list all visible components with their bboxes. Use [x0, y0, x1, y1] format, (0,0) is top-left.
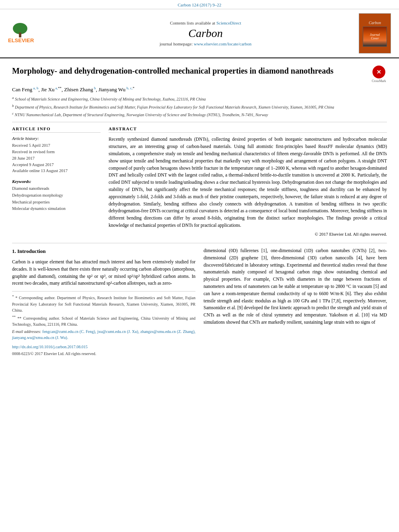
introduction-left-col: 1. Introduction Carbon is a unique eleme…	[12, 247, 195, 357]
issn-text: 0008-6223/© 2017 Elsevier Ltd. All right…	[12, 351, 195, 357]
article-title: Morphology- and dehydrogenation-controll…	[12, 66, 371, 76]
crossmark-icon: ✕	[372, 66, 385, 78]
keyword-3: Mechanical properties	[12, 199, 101, 206]
crossmark-label: CrossMark	[372, 79, 386, 83]
author-can-feng: Can Feng	[12, 86, 32, 92]
authors-line: Can Feng a, b, Jie Xu a,**, Zhisen Zhang…	[12, 86, 387, 93]
footnote-star: * * Corresponding author. Department of …	[12, 294, 195, 313]
keywords-section: Keywords: Diamond nanothreads Dehydrogen…	[12, 179, 101, 212]
sciencedirect-link[interactable]: ScienceDirect	[216, 21, 241, 25]
affiliations: a School of Materials Science and Engine…	[12, 95, 387, 118]
introduction-right-col: dimensional (0D) fullerenes [1], one-dim…	[204, 247, 387, 357]
svg-text:ELSEVIER: ELSEVIER	[8, 37, 34, 43]
intro-right-para-1: dimensional (0D) fullerenes [1], one-dim…	[204, 247, 387, 326]
history-accepted: Accepted 9 August 2017	[12, 162, 101, 168]
abstract-header: ABSTRACT	[109, 126, 387, 133]
introduction-section: 1. Introduction Carbon is a unique eleme…	[12, 247, 387, 357]
article-info-header: ARTICLE INFO	[12, 126, 101, 133]
abstract-column: ABSTRACT Recently synthesized diamond na…	[109, 126, 387, 236]
journal-center-info: Contents lists available at ScienceDirec…	[56, 21, 355, 46]
affiliation-b: b Department of Physics, Research Instit…	[12, 103, 387, 110]
contents-available-text: Contents lists available at ScienceDirec…	[56, 21, 355, 25]
journal-homepage-link[interactable]: www.elsevier.com/locate/carbon	[194, 41, 251, 46]
history-label: Article history:	[12, 136, 101, 141]
elsevier-logo-svg: ELSEVIER	[8, 21, 52, 45]
affiliation-c: c NTNU Nanomechanical Lab, Department of…	[12, 111, 387, 118]
article-title-section: Morphology- and dehydrogenation-controll…	[12, 66, 387, 83]
abstract-copyright: © 2017 Elsevier Ltd. All rights reserved…	[109, 232, 387, 236]
elsevier-logo: ELSEVIER	[8, 21, 52, 46]
journal-homepage-text: journal homepage: www.elsevier.com/locat…	[56, 41, 355, 46]
keyword-4: Molecular dynamics simulation	[12, 205, 101, 212]
author-jie-xu: Jie Xu	[41, 86, 55, 92]
abstract-text: Recently synthesized diamond nanothreads…	[109, 136, 387, 229]
article-info-abstract-section: ARTICLE INFO Article history: Received 5…	[12, 126, 387, 236]
footnote-emails: E-mail addresses: fengcan@cumt.edu.cn (C…	[12, 329, 195, 341]
crossmark-badge[interactable]: ✕ CrossMark	[371, 66, 387, 83]
journal-cover-thumbnail: Carbon JournalCover	[359, 13, 391, 53]
history-received: Received 5 April 2017	[12, 142, 101, 149]
keywords-label: Keywords:	[12, 179, 101, 184]
author-zhisen-zhang: Zhisen Zhang	[64, 86, 93, 92]
journal-header: ELSEVIER Contents lists available at Sci…	[0, 9, 399, 58]
history-revised-label: Received in revised form	[12, 149, 101, 155]
top-bar: Carbon 124 (2017) 9–22	[0, 0, 399, 9]
divider-1	[12, 122, 387, 122]
keyword-1: Diamond nanothreads	[12, 185, 101, 192]
footnotes-section: * * Corresponding author. Department of …	[12, 291, 195, 357]
journal-title: Carbon	[56, 27, 355, 40]
intro-left-para-1: Carbon is a unique element that has attr…	[12, 259, 195, 287]
main-content: Morphology- and dehydrogenation-controll…	[0, 58, 399, 361]
history-revised-date: 28 June 2017	[12, 155, 101, 162]
svg-point-1	[13, 23, 27, 34]
affiliation-a: a School of Materials Science and Engine…	[12, 95, 387, 102]
divider-2	[12, 243, 387, 243]
footnote-star-star: ** ** Corresponding author. School of Ma…	[12, 314, 195, 327]
keyword-2: Dehydrogenation morphology	[12, 192, 101, 199]
history-online: Available online 13 August 2017	[12, 168, 101, 174]
article-info-column: ARTICLE INFO Article history: Received 5…	[12, 126, 101, 236]
author-jianyang-wu: Jianyang Wu	[99, 86, 125, 92]
journal-ref: Carbon 124 (2017) 9–22	[178, 2, 221, 7]
intro-heading: 1. Introduction	[12, 247, 195, 255]
page-wrapper: Carbon 124 (2017) 9–22 ELSEVIER Contents…	[0, 0, 399, 361]
doi-link[interactable]: http://dx.doi.org/10.1016/j.carbon.2017.…	[12, 344, 195, 350]
svg-rect-2	[19, 33, 21, 37]
